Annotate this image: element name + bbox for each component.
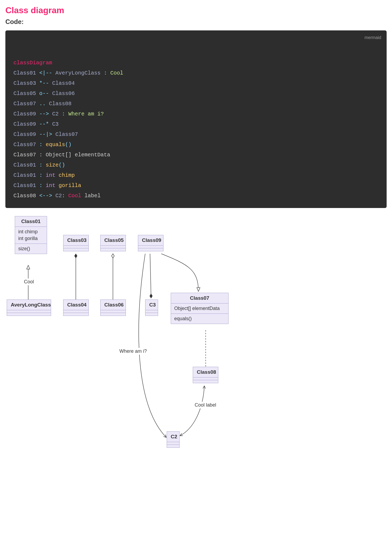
class-name: Class04 [63, 300, 88, 310]
class-diagram: C2 (bidirectional arrows) --> Class01 in… [5, 216, 274, 472]
class-name: Class07 [171, 293, 228, 304]
class-box-class08: Class08 [193, 367, 218, 383]
edge-label-where: Where am i? [118, 348, 148, 355]
class-attribute: Object[] elementData [174, 305, 225, 312]
code-lang-badge: mermaid [365, 34, 381, 42]
page-title: Class diagram [5, 5, 387, 15]
class-box-class03: Class03 [63, 235, 89, 251]
edge-label-coollabel: Cool label [194, 402, 217, 408]
class-name: Class06 [101, 300, 126, 310]
class-name: AveryLongClass [7, 300, 51, 310]
class-box-c2: C2 [167, 431, 180, 448]
class-name: C2 [167, 432, 179, 442]
class-attribute: int gorilla [18, 235, 44, 242]
class-box-class06: Class06 [100, 299, 126, 316]
class-name: Class08 [193, 367, 218, 378]
class-name: Class01 [15, 216, 47, 227]
code-label: Code: [5, 18, 387, 26]
class-method: size() [18, 245, 44, 252]
class-name: Class03 [63, 235, 88, 246]
code-keyword: classDiagram [13, 60, 52, 66]
class-name: Class05 [101, 235, 126, 246]
class-box-class07: Class07 Object[] elementData equals() [171, 293, 229, 324]
class-box-class01: Class01 int chimp int gorilla size() [15, 216, 47, 254]
class-attribute: int chimp [18, 228, 44, 235]
class-box-averylongclass: AveryLongClass [7, 299, 51, 316]
class-name: C3 [145, 300, 158, 310]
class-method: equals() [174, 315, 225, 322]
class-name: Class09 [138, 235, 163, 246]
class-box-class05: Class05 [100, 235, 126, 251]
edge-label-cool: Cool [23, 278, 35, 285]
code-block[interactable]: mermaid classDiagram Class01 <|-- AveryL… [5, 30, 387, 208]
class-box-class09: Class09 [138, 235, 163, 251]
class-box-c3: C3 [145, 299, 158, 316]
diagram-edges: C2 (bidirectional arrows) --> [5, 216, 274, 472]
class-box-class04: Class04 [63, 299, 89, 316]
